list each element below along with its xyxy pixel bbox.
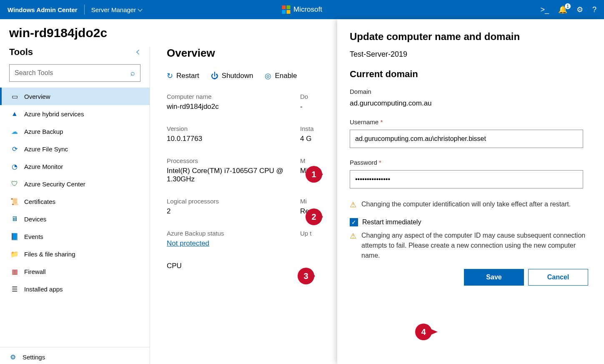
overview-icon: ▭ xyxy=(11,93,18,100)
password-input[interactable] xyxy=(350,170,583,188)
notification-badge: 1 xyxy=(565,3,571,9)
cpu-label: CPU xyxy=(167,262,300,270)
new-computer-name: Test-Server-2019 xyxy=(350,50,588,59)
tool-item-overview[interactable]: ▭Overview xyxy=(0,88,150,105)
chevron-down-icon xyxy=(138,7,143,11)
tool-item-installed-apps[interactable]: ☰Installed apps xyxy=(0,280,150,298)
edit-computerid-flyout: Update computer name and domain Test-Ser… xyxy=(337,19,604,364)
password-label: Password * xyxy=(350,159,588,166)
computer-name-value: win-rd9184jdo2c xyxy=(167,103,300,111)
search-placeholder: Search Tools xyxy=(15,69,130,77)
context-label: Server Manager xyxy=(91,6,136,13)
username-input[interactable] xyxy=(350,130,583,148)
microsoft-label: Microsoft xyxy=(293,5,322,14)
apps-icon: ☰ xyxy=(11,285,18,293)
annotation-3: 3 xyxy=(298,268,314,284)
help-icon[interactable]: ? xyxy=(592,5,596,14)
domain-field-value: ad.gurucomputing.com.au xyxy=(350,99,588,108)
devices-icon: 🖥 xyxy=(11,215,18,223)
username-label: Username * xyxy=(350,118,588,126)
restart-button[interactable]: ↻Restart xyxy=(167,71,199,80)
azure-backup-link[interactable]: Not protected xyxy=(167,239,300,248)
processors-label: Processors xyxy=(167,157,300,164)
tool-item-devices[interactable]: 🖥Devices xyxy=(0,210,150,228)
powershell-icon[interactable]: >_ xyxy=(540,5,549,14)
tools-sidebar: Tools Search Tools ⌕ ▭Overview ▲Azure hy… xyxy=(0,47,150,364)
tool-item-azure-file-sync[interactable]: ⟳Azure File Sync xyxy=(0,140,150,158)
shield-icon: 🛡 xyxy=(11,180,18,188)
enable-icon: ◎ xyxy=(265,71,271,80)
microsoft-logo-icon xyxy=(282,5,290,14)
divider xyxy=(84,5,85,15)
tools-list: ▭Overview ▲Azure hybrid services ☁Azure … xyxy=(0,88,150,347)
azure-icon: ▲ xyxy=(11,110,18,118)
checkbox-checked-icon: ✓ xyxy=(350,218,358,226)
collapse-sidebar-icon[interactable] xyxy=(136,50,141,54)
events-icon: 📘 xyxy=(11,233,18,240)
tool-item-firewall[interactable]: ▦Firewall xyxy=(0,263,150,280)
annotation-1: 1 xyxy=(306,166,322,183)
context-switcher[interactable]: Server Manager xyxy=(91,6,142,13)
warning-icon: ⚠ xyxy=(350,199,356,211)
annotation-2: 2 xyxy=(306,208,322,225)
tool-item-azure-monitor[interactable]: ◔Azure Monitor xyxy=(0,158,150,175)
search-icon: ⌕ xyxy=(130,69,135,78)
computer-name-label: Computer name xyxy=(167,93,300,100)
flyout-title: Update computer name and domain xyxy=(350,31,588,43)
enable-button[interactable]: ◎Enable xyxy=(265,71,297,80)
domain-field-label: Domain xyxy=(350,88,588,95)
tools-title: Tools xyxy=(9,47,33,58)
sync-icon: ⟳ xyxy=(11,145,18,153)
app-header: Windows Admin Center Server Manager Micr… xyxy=(0,0,604,19)
tool-item-settings[interactable]: ⚙ Settings xyxy=(0,347,150,364)
save-button[interactable]: Save xyxy=(464,269,524,286)
monitor-icon: ◔ xyxy=(11,163,18,170)
version-value: 10.0.17763 xyxy=(167,135,300,143)
app-brand[interactable]: Windows Admin Center xyxy=(8,6,78,13)
tool-item-azure-security[interactable]: 🛡Azure Security Center xyxy=(0,175,150,193)
current-domain-heading: Current domain xyxy=(350,69,588,80)
logical-value: 2 xyxy=(167,207,300,216)
processors-value: Intel(R) Core(TM) i7-1065G7 CPU @ 1.30GH… xyxy=(167,167,292,183)
cloud-icon: ☁ xyxy=(11,128,18,135)
restart-immediately-checkbox[interactable]: ✓ Restart immediately xyxy=(350,218,588,226)
warning-restart: ⚠ Changing the computer identification w… xyxy=(350,199,588,211)
azure-backup-label: Azure Backup status xyxy=(167,230,300,237)
tool-item-azure-backup[interactable]: ☁Azure Backup xyxy=(0,123,150,140)
certificate-icon: 📜 xyxy=(11,198,18,205)
logical-label: Logical processors xyxy=(167,198,300,205)
cancel-button[interactable]: Cancel xyxy=(528,269,588,286)
gear-icon: ⚙ xyxy=(9,353,17,361)
notifications-icon[interactable]: 🔔1 xyxy=(558,5,567,14)
firewall-icon: ▦ xyxy=(11,268,18,275)
tool-item-events[interactable]: 📘Events xyxy=(0,228,150,245)
warning-connection: ⚠ Changing any aspect of the computer ID… xyxy=(350,231,588,261)
power-icon: ⏻ xyxy=(211,72,218,80)
warning-icon: ⚠ xyxy=(350,231,356,261)
restart-icon: ↻ xyxy=(167,71,173,80)
tool-item-azure-hybrid[interactable]: ▲Azure hybrid services xyxy=(0,105,150,123)
ms-brand-center: Microsoft xyxy=(282,5,322,14)
shutdown-button[interactable]: ⏻Shutdown xyxy=(211,71,253,80)
tool-item-files[interactable]: 📁Files & file sharing xyxy=(0,245,150,263)
gear-icon[interactable]: ⚙ xyxy=(576,5,583,14)
annotation-4: 4 xyxy=(415,324,432,340)
search-tools-input[interactable]: Search Tools ⌕ xyxy=(9,64,140,82)
folder-icon: 📁 xyxy=(11,250,18,258)
tool-item-certificates[interactable]: 📜Certificates xyxy=(0,193,150,210)
version-label: Version xyxy=(167,125,300,132)
